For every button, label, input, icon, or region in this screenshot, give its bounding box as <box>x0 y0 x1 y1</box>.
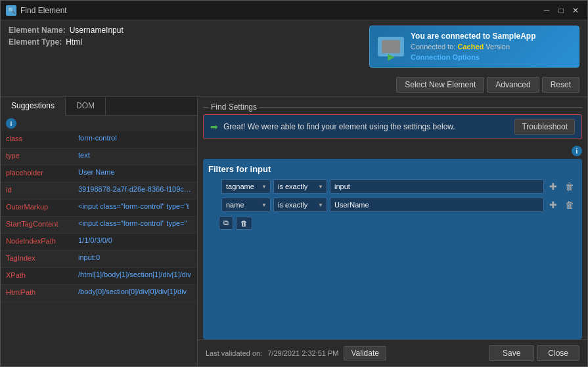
reset-button[interactable]: Reset <box>542 77 579 93</box>
field-select-2[interactable]: name tagname id class <box>221 198 271 212</box>
right-panel: Find Settings ➡ Great! We were able to f… <box>198 97 587 366</box>
property-row: typetext <box>1 148 197 165</box>
bottom-bar: Last validated on: 7/29/2021 2:32:51 PM … <box>198 339 587 366</box>
filter-row-2: name tagname id class is exactly contain… <box>208 198 577 212</box>
validated-prefix: Last validated on: <box>206 349 262 357</box>
window-controls: ─ □ ✕ <box>540 4 582 17</box>
prop-value: 39198878-2a7f-d26e-8366-f109c6aa4 <box>78 185 192 193</box>
operator-select-2[interactable]: is exactly contains starts with <box>273 198 327 212</box>
tab-suggestions[interactable]: Suggestions <box>1 97 66 116</box>
connection-text: You are connected to SampleApp Connected… <box>411 32 535 62</box>
filter-copy-button[interactable]: ⧉ <box>219 216 233 230</box>
success-banner-left: ➡ Great! We were able to find your eleme… <box>210 121 455 132</box>
save-button[interactable]: Save <box>489 345 534 361</box>
operator-select-1[interactable]: is exactly contains starts with <box>273 179 327 194</box>
prop-value: text <box>78 151 192 159</box>
title-bar: 🔍 Find Element ─ □ ✕ <box>1 1 587 20</box>
prop-key: type <box>6 151 78 160</box>
find-settings-header: Find Settings <box>203 97 582 114</box>
tab-dom[interactable]: DOM <box>66 97 106 115</box>
prop-key: id <box>6 185 78 194</box>
content-area: Element Name: UsernameInput Element Type… <box>1 20 587 366</box>
success-arrow-icon: ➡ <box>210 121 218 132</box>
filter-delete-button-1[interactable]: 🗑 <box>562 180 577 193</box>
toolbar-row: Select New Element Advanced Reset <box>1 73 587 97</box>
field-select-wrapper-1: tagname name id class <box>221 179 271 194</box>
top-info-row: Element Name: UsernameInput Element Type… <box>1 20 587 73</box>
troubleshoot-button[interactable]: Troubleshoot <box>514 119 575 135</box>
prop-key: StartTagContent <box>6 219 78 228</box>
filter-add-button-2[interactable]: ✚ <box>547 198 560 211</box>
validated-date: 7/29/2021 2:32:51 PM <box>267 349 338 357</box>
property-row: OuterMarkup<input class="form-control" t… <box>1 200 197 217</box>
connection-app-name: SampleApp <box>492 32 535 41</box>
filter-delete-button-2[interactable]: 🗑 <box>562 198 577 211</box>
prop-value: User Name <box>78 168 192 176</box>
left-panel: Suggestions DOM i classform-controltypet… <box>1 97 198 366</box>
close-dialog-button[interactable]: Close <box>537 345 579 361</box>
prop-value: form-control <box>78 134 192 142</box>
operator-select-wrapper-2: is exactly contains starts with <box>273 198 327 212</box>
filter-value-input-1[interactable] <box>330 179 544 194</box>
validate-button[interactable]: Validate <box>344 346 386 360</box>
advanced-button[interactable]: Advanced <box>487 77 539 93</box>
connection-banner: You are connected to SampleApp Connected… <box>369 26 579 68</box>
maximize-button[interactable]: □ <box>554 4 568 17</box>
main-split: Suggestions DOM i classform-controltypet… <box>1 97 587 366</box>
prop-key: NodeIndexPath <box>6 236 78 245</box>
property-row: HtmlPath/body[0]/section[0]/div[0]/div[1… <box>1 285 197 302</box>
info-icon-row: i <box>1 116 197 131</box>
filter-add-button-1[interactable]: ✚ <box>547 180 560 193</box>
prop-value: /body[0]/section[0]/div[0]/div[1]/div <box>78 288 192 295</box>
connection-icon <box>378 37 404 56</box>
window-title: Find Element <box>20 6 540 15</box>
property-row: classform-control <box>1 131 197 148</box>
filter-action-row: ⧉ 🗑 <box>208 216 577 230</box>
find-element-window: 🔍 Find Element ─ □ ✕ Element Name: Usern… <box>0 0 588 367</box>
prop-value: input:0 <box>78 253 192 261</box>
filters-section: Filters for input tagname name id class <box>203 159 582 339</box>
filter-value-input-2[interactable] <box>330 198 544 212</box>
connection-options-link[interactable]: Connection Options <box>411 53 480 61</box>
filter-row-1: tagname name id class is exactly contain… <box>208 179 577 194</box>
connection-line2: Connected to: Cached Version <box>411 43 535 51</box>
property-row: placeholderUser Name <box>1 165 197 183</box>
info-icon[interactable]: i <box>6 118 16 129</box>
property-row: NodeIndexPath1/1/0/3/0/0 <box>1 234 197 251</box>
window-icon: 🔍 <box>6 5 16 16</box>
prop-value: <input class="form-control" type=" <box>78 219 192 227</box>
prop-key: HtmlPath <box>6 288 78 296</box>
property-row: TagIndexinput:0 <box>1 251 197 268</box>
operator-select-wrapper-1: is exactly contains starts with <box>273 179 327 194</box>
filter-trash-button[interactable]: 🗑 <box>236 217 252 230</box>
element-type-label: Element Type: <box>9 37 62 47</box>
prop-key: XPath <box>6 270 78 279</box>
element-type-row: Element Type: Html <box>9 37 124 47</box>
connection-options-row: Connection Options <box>411 53 535 62</box>
element-name-row: Element Name: UsernameInput <box>9 26 124 35</box>
element-name-value: UsernameInput <box>70 26 124 35</box>
property-row: XPath/html[1]/body[1]/section[1]/div[1]/… <box>1 268 197 285</box>
prop-value: 1/1/0/3/0/0 <box>78 236 192 244</box>
field-select-wrapper-2: name tagname id class <box>221 198 271 212</box>
tab-row: Suggestions DOM <box>1 97 197 116</box>
prop-value: <input class="form-control" type="t <box>78 202 192 210</box>
connection-line1: You are connected to SampleApp <box>411 32 535 41</box>
field-select-1[interactable]: tagname name id class <box>221 179 271 194</box>
action-buttons: Save Close <box>489 345 579 361</box>
prop-key: TagIndex <box>6 253 78 262</box>
select-new-element-button[interactable]: Select New Element <box>396 77 484 93</box>
close-window-button[interactable]: ✕ <box>569 4 582 17</box>
find-settings: Find Settings ➡ Great! We were able to f… <box>198 97 587 339</box>
property-table: classform-controltypetextplaceholderUser… <box>1 131 197 366</box>
success-text: Great! We were able to find your element… <box>223 122 455 131</box>
element-name-label: Element Name: <box>9 26 66 35</box>
right-info-icon[interactable]: i <box>572 146 582 156</box>
prop-key: OuterMarkup <box>6 202 78 211</box>
minimize-button[interactable]: ─ <box>540 4 553 17</box>
property-row: StartTagContent<input class="form-contro… <box>1 217 197 234</box>
filters-title: Filters for input <box>208 164 577 174</box>
prop-key: class <box>6 134 78 142</box>
right-info-row: i <box>203 144 582 159</box>
validate-section: Last validated on: 7/29/2021 2:32:51 PM … <box>206 346 386 360</box>
